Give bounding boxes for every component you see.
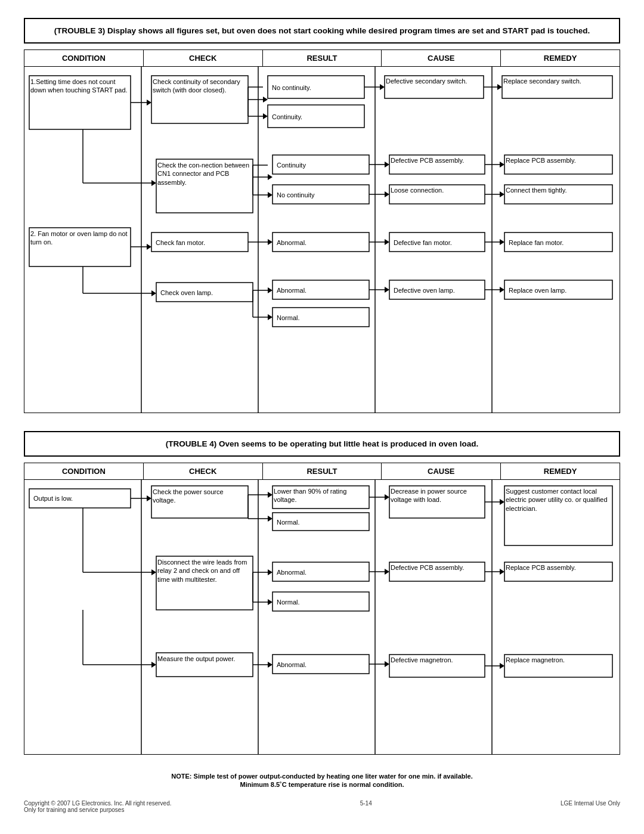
- svg-marker-80: [385, 287, 389, 293]
- svg-marker-106: [385, 494, 389, 500]
- svg-marker-22: [497, 84, 502, 90]
- svg-text:Check oven lamp.: Check oven lamp.: [160, 289, 213, 296]
- svg-marker-121: [268, 599, 273, 605]
- footer-left: Copyright © 2007 LG Electronics. Inc. Al…: [24, 800, 171, 813]
- trouble3-section: (TROUBLE 3) Display shows all figures se…: [24, 18, 620, 413]
- svg-marker-130: [500, 569, 504, 575]
- svg-marker-137: [268, 662, 273, 668]
- footer-left2: Only for training and service purposes: [24, 807, 171, 813]
- svg-marker-141: [385, 661, 389, 667]
- svg-marker-48: [500, 191, 504, 197]
- footer-right: LGE Internal Use Only: [561, 800, 620, 813]
- svg-marker-100: [268, 492, 273, 498]
- t3-header-condition: CONDITION: [24, 50, 144, 66]
- trouble3-svg: 1.Setting time does not count down when …: [24, 67, 621, 413]
- svg-text:Abnormal.: Abnormal.: [277, 287, 306, 294]
- svg-text:No continuity: No continuity: [277, 191, 315, 199]
- svg-marker-75: [268, 314, 273, 320]
- svg-marker-84: [500, 287, 504, 293]
- svg-marker-39: [385, 162, 389, 168]
- svg-text:Check fan motor.: Check fan motor.: [156, 239, 205, 246]
- svg-text:No continuity.: No continuity.: [272, 84, 311, 91]
- svg-marker-115: [151, 569, 156, 575]
- trouble3-diagram: 1.Setting time does not count down when …: [24, 67, 620, 413]
- svg-text:Continuity.: Continuity.: [272, 113, 302, 120]
- footer-center: 5-14: [360, 800, 372, 813]
- trouble4-svg: Output is low. Check the power source vo…: [24, 480, 621, 754]
- svg-marker-64: [500, 239, 504, 245]
- t4-header-remedy: REMEDY: [501, 463, 620, 479]
- svg-marker-42: [500, 162, 504, 168]
- svg-marker-127: [385, 569, 389, 575]
- trouble4-flow: Output is low. Check the power source vo…: [24, 480, 620, 754]
- svg-marker-69: [151, 290, 156, 296]
- svg-marker-29: [268, 174, 273, 180]
- t3-header-cause: CAUSE: [382, 50, 501, 66]
- svg-marker-144: [500, 663, 504, 669]
- trouble4-title: (TROUBLE 4) Oven seems to be operating b…: [24, 431, 620, 457]
- trouble4-section: (TROUBLE 4) Oven seems to be operating b…: [24, 431, 620, 755]
- footer: Copyright © 2007 LG Electronics. Inc. Al…: [24, 800, 620, 813]
- page-wrapper: (TROUBLE 3) Display shows all figures se…: [24, 18, 620, 813]
- svg-marker-19: [380, 84, 385, 90]
- svg-text:Defective oven lamp.: Defective oven lamp.: [394, 287, 455, 294]
- trouble4-diagram: Output is low. Check the power source vo…: [24, 480, 620, 755]
- t4-header-check: CHECK: [144, 463, 263, 479]
- trouble3-header: CONDITION CHECK RESULT CAUSE REMEDY: [24, 49, 620, 67]
- trouble3-flow: 1.Setting time does not count down when …: [24, 67, 620, 413]
- trouble3-title: (TROUBLE 3) Display shows all figures se…: [24, 18, 620, 44]
- svg-marker-56: [268, 239, 273, 245]
- svg-text:Normal.: Normal.: [277, 519, 300, 526]
- t4-header-cause: CAUSE: [382, 463, 501, 479]
- svg-marker-33: [268, 192, 273, 198]
- svg-marker-134: [151, 662, 156, 668]
- svg-marker-118: [268, 569, 273, 575]
- svg-marker-6: [147, 100, 151, 106]
- svg-marker-9: [263, 97, 268, 103]
- note-line1: NOTE: Simple test of power output-conduc…: [24, 773, 620, 780]
- t4-header-result: RESULT: [263, 463, 382, 479]
- svg-text:Continuity: Continuity: [277, 162, 306, 169]
- svg-marker-17: [263, 113, 268, 119]
- t3-header-remedy: REMEDY: [501, 50, 620, 66]
- note-section: NOTE: Simple test of power output-conduc…: [24, 773, 620, 788]
- svg-marker-45: [385, 191, 389, 197]
- svg-text:Defective fan motor.: Defective fan motor.: [394, 239, 452, 246]
- svg-marker-76: [268, 287, 273, 293]
- svg-text:Abnormal.: Abnormal.: [277, 569, 306, 576]
- t3-header-result: RESULT: [263, 50, 382, 66]
- svg-marker-109: [500, 499, 504, 505]
- svg-text:Abnormal.: Abnormal.: [277, 661, 306, 668]
- footer-left1: Copyright © 2007 LG Electronics. Inc. Al…: [24, 800, 171, 807]
- svg-marker-60: [385, 239, 389, 245]
- svg-text:Output is low.: Output is low.: [33, 495, 73, 502]
- svg-text:Replace fan motor.: Replace fan motor.: [509, 239, 564, 246]
- t4-header-condition: CONDITION: [24, 463, 144, 479]
- svg-marker-97: [147, 495, 151, 501]
- svg-marker-103: [268, 516, 273, 522]
- svg-marker-26: [151, 180, 156, 186]
- svg-text:Replace oven lamp.: Replace oven lamp.: [509, 287, 566, 294]
- svg-text:Normal.: Normal.: [277, 599, 300, 606]
- trouble4-header: CONDITION CHECK RESULT CAUSE REMEDY: [24, 463, 620, 480]
- svg-text:Abnormal.: Abnormal.: [277, 239, 306, 246]
- note-line2: Minimum 8.5˚C temperature rise is normal…: [24, 781, 620, 788]
- svg-marker-52: [147, 244, 151, 250]
- svg-text:Normal.: Normal.: [277, 314, 300, 321]
- t3-header-check: CHECK: [144, 50, 263, 66]
